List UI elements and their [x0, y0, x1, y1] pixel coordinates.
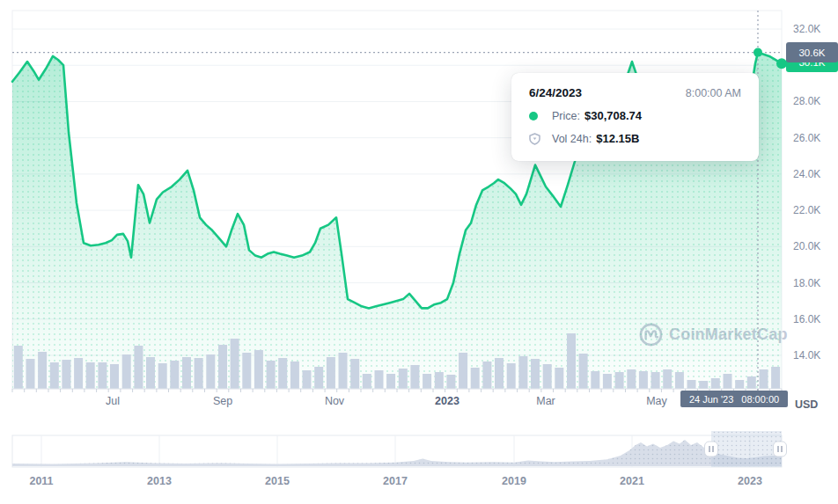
volume-bar	[399, 369, 408, 389]
y-axis-tick-label: 18.0K	[793, 277, 820, 289]
hover-date-label: 24 Jun '23	[689, 394, 733, 405]
volume-bar	[771, 367, 780, 389]
volume-bar	[591, 371, 599, 389]
volume-bar	[206, 354, 215, 389]
price-chart-widget: CoinMarketCap 32.0K30.0K28.0K26.0K24.0K2…	[0, 0, 838, 504]
volume-bar	[711, 378, 720, 389]
volume-bar	[110, 364, 119, 389]
volume-bar	[471, 368, 480, 389]
volume-bar	[567, 333, 576, 389]
tooltip-date: 6/24/2023	[529, 86, 582, 99]
volume-bar	[195, 358, 203, 389]
volume-bar	[724, 374, 732, 389]
volume-bar	[446, 375, 455, 389]
volume-bar	[278, 358, 287, 389]
volume-bar	[231, 339, 239, 389]
y-axis-tick-label: 22.0K	[793, 204, 820, 216]
volume-bar	[747, 376, 756, 389]
volume-bar	[267, 361, 276, 389]
volume-bar	[327, 357, 335, 389]
tooltip-price-row: Price: $30,708.74	[529, 109, 741, 122]
volume-bar	[435, 372, 444, 389]
tooltip-volume-row: Vol 24h: $12.15B	[529, 132, 741, 145]
volume-bar	[555, 368, 563, 389]
volume-bar	[26, 359, 35, 389]
volume-bar	[170, 361, 179, 389]
volume-bar	[386, 374, 395, 389]
volume-bar	[74, 358, 83, 389]
hover-datetime-badge: 24 Jun '23 08:00:00	[680, 391, 788, 407]
volume-bar	[62, 360, 70, 389]
volume-bar	[518, 356, 527, 389]
tooltip-price-label: Price:	[552, 110, 580, 122]
navigator-year-label: 2023	[738, 475, 762, 487]
volume-bar	[14, 346, 23, 389]
y-axis-tick-label: 16.0K	[793, 313, 820, 325]
volume-bar	[98, 362, 107, 389]
volume-bar	[531, 359, 540, 389]
volume-bar	[423, 374, 431, 389]
volume-bar	[303, 370, 312, 389]
volume-bar	[50, 362, 59, 389]
tooltip-price-value: $30,708.74	[584, 109, 642, 122]
hover-point-dot	[753, 48, 762, 57]
volume-bar	[760, 369, 768, 389]
volume-bar	[735, 380, 744, 389]
volume-bar	[38, 352, 47, 389]
volume-bar	[627, 369, 636, 389]
navigator-year-label: 2011	[29, 475, 53, 487]
volume-bar	[182, 357, 191, 389]
volume-bar	[86, 362, 95, 389]
volume-bar	[687, 380, 696, 389]
volume-bar	[242, 353, 251, 389]
y-axis-tick-label: 14.0K	[793, 349, 820, 362]
volume-bar	[507, 363, 516, 389]
timeline-navigator[interactable]	[12, 431, 787, 467]
navigator-year-label: 2019	[502, 475, 526, 487]
volume-bar	[218, 345, 227, 389]
volume-bar	[615, 372, 624, 389]
volume-bar	[375, 370, 384, 389]
volume-bar	[146, 357, 155, 389]
volume-shield-icon	[529, 133, 540, 145]
y-axis-tick-label: 26.0K	[793, 132, 820, 144]
navigator-year-label: 2015	[265, 475, 290, 487]
volume-bar	[363, 374, 371, 389]
navigator-handle-left[interactable]	[705, 442, 718, 457]
axis-ticks	[12, 389, 782, 392]
volume-bar	[495, 358, 504, 389]
x-axis-month-label: Mar	[536, 395, 555, 407]
y-axis-tick-label: 24.0K	[793, 168, 820, 180]
volume-bar	[314, 367, 323, 389]
volume-bar	[158, 363, 167, 389]
y-axis-tick-label: 28.0K	[793, 95, 820, 107]
volume-bar	[543, 364, 552, 389]
hover-price-badge: 30.6K	[786, 42, 838, 62]
volume-bar	[579, 354, 588, 389]
volume-bar	[134, 346, 143, 389]
price-series-dot-icon	[529, 112, 538, 121]
navigator-handle-right[interactable]	[774, 442, 787, 457]
chart-tooltip: 6/24/2023 8:00:00 AM Price: $30,708.74 V…	[511, 73, 759, 161]
x-axis-month-label: Nov	[325, 395, 344, 407]
tooltip-volume-value: $12.15B	[596, 132, 639, 145]
navigator-year-label: 2021	[620, 475, 644, 487]
volume-bar	[339, 353, 348, 389]
tooltip-time: 8:00:00 AM	[686, 87, 741, 99]
volume-bar	[675, 372, 684, 389]
x-axis-month-label: Jul	[106, 395, 120, 407]
x-axis-month-label: May	[646, 395, 667, 407]
x-axis-month-label: Sep	[213, 395, 232, 407]
currency-unit-label: USD	[795, 398, 818, 411]
volume-bar	[663, 369, 672, 389]
volume-bar	[699, 381, 708, 389]
volume-bar	[482, 362, 491, 389]
volume-bar	[651, 372, 660, 389]
y-axis-tick-label: 20.0K	[793, 240, 820, 252]
volume-bar	[639, 371, 648, 389]
tooltip-volume-label: Vol 24h:	[552, 133, 592, 145]
volume-bar	[410, 365, 419, 389]
volume-bar	[290, 362, 299, 389]
volume-bar	[603, 374, 612, 389]
volume-bar	[459, 353, 467, 389]
